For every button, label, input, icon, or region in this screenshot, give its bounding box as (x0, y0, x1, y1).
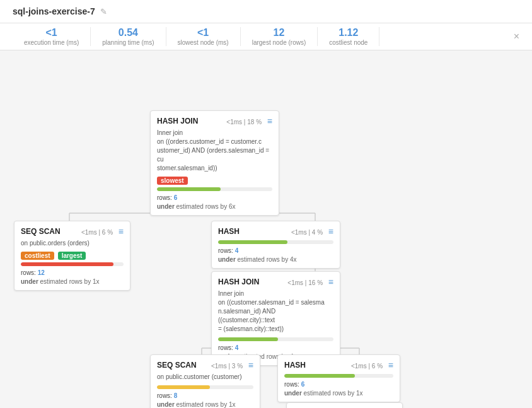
node-title-hash-bottom: HASH (284, 361, 306, 370)
node-stats-hash-join-inner: <1ms | 16 % ≡ (287, 277, 333, 287)
progress-bar-hash-join-top (157, 187, 272, 191)
edit-icon[interactable]: ✎ (100, 7, 107, 16)
header: sql-joins-exercise-7 ✎ (0, 0, 532, 23)
db-icon-customer: ≡ (248, 360, 253, 370)
badge-slowest: slowest (157, 177, 272, 187)
node-rows-hash-top: rows: 4 (218, 247, 333, 254)
metrics-bar: <1 execution time (ms) 0.54 planning tim… (0, 23, 532, 50)
page-title: sql-joins-exercise-7 (13, 6, 95, 16)
node-under-seq-scan-orders: under estimated rows by 1x (21, 278, 124, 285)
node-rows-hash-join-top: rows: 6 (157, 194, 272, 201)
metric-slowest-label: slowest node (ms) (178, 39, 229, 46)
node-title-hash-join-top: HASH JOIN (157, 117, 198, 125)
metric-execution-time: <1 execution time (ms) (13, 27, 91, 46)
node-title-hash-top: HASH (218, 227, 240, 236)
metric-planning-value: 0.54 (119, 27, 138, 38)
metric-slowest-value: <1 (197, 27, 209, 38)
progress-bar-hash-top (218, 240, 333, 244)
node-under-seq-scan-customer: under estimated rows by 1x (157, 401, 253, 408)
node-hash-join-top[interactable]: HASH JOIN <1ms | 18 % ≡ Inner joinon ((o… (150, 110, 279, 216)
node-seq-scan-customer[interactable]: SEQ SCAN <1ms | 3 % ≡ on public.customer… (150, 354, 260, 408)
metric-costliest-value: 1.12 (338, 27, 358, 38)
node-under-hash-join-top: under estimated rows by 6x (157, 203, 272, 210)
progress-fill (157, 385, 210, 389)
node-seq-scan-salesman[interactable]: SEQ SCAN <1ms | 3 % ≡ on public.salesman… (286, 402, 403, 408)
metric-costliest-node: 1.12 costliest node (318, 27, 379, 46)
progress-fill (21, 262, 113, 266)
node-desc-seq-scan-orders: on public.orders (orders) (21, 239, 124, 248)
plan-tree: HASH JOIN <1ms | 18 % ≡ Inner joinon ((o… (6, 57, 523, 408)
node-desc-hash-join-inner: Inner joinon ((customer.salesman_id = sa… (218, 289, 333, 334)
progress-fill (157, 187, 221, 191)
node-rows-seq-scan-customer: rows: 8 (157, 392, 253, 399)
progress-bar-seq-scan-orders (21, 262, 124, 266)
progress-bar-hash-bottom (284, 374, 393, 378)
node-stats-seq-scan-orders: <1ms | 6 % ≡ (81, 226, 124, 236)
progress-bar-hash-join-inner (218, 337, 333, 341)
node-title-seq-scan-customer: SEQ SCAN (157, 361, 197, 370)
node-hash-join-inner[interactable]: HASH JOIN <1ms | 16 % ≡ Inner joinon ((c… (211, 271, 340, 366)
progress-fill (218, 337, 278, 341)
node-under-hash-top: under estimated rows by 4x (218, 256, 333, 263)
progress-fill (284, 374, 355, 378)
node-stats-hash-bottom: <1ms | 6 % ≡ (351, 360, 393, 370)
close-button[interactable]: × (514, 31, 519, 42)
metric-planning-time: 0.54 planning time (ms) (91, 27, 166, 46)
badges-seq-scan-orders: costliest largest (21, 252, 124, 262)
metric-execution-value: <1 (46, 27, 57, 38)
node-stats-hash-top: <1ms | 4 % ≡ (291, 226, 333, 236)
plan-canvas: HASH JOIN <1ms | 18 % ≡ Inner joinon ((o… (0, 50, 532, 408)
db-icon-hash-join-inner: ≡ (328, 277, 333, 287)
progress-bar-seq-scan-customer (157, 385, 253, 389)
node-seq-scan-orders[interactable]: SEQ SCAN <1ms | 6 % ≡ on public.orders (… (14, 221, 130, 291)
node-title-seq-scan-orders: SEQ SCAN (21, 227, 61, 236)
metric-largest-value: 12 (274, 27, 285, 38)
metric-largest-node: 12 largest node (rows) (241, 27, 318, 46)
metric-execution-label: execution time (ms) (24, 39, 79, 46)
node-stats-seq-scan-customer: <1ms | 3 % ≡ (211, 360, 253, 370)
db-icon: ≡ (267, 116, 272, 126)
metric-slowest-node: <1 slowest node (ms) (166, 27, 241, 46)
node-rows-seq-scan-orders: rows: 12 (21, 269, 124, 276)
node-hash-bottom[interactable]: HASH <1ms | 6 % ≡ rows: 6 under estimate… (277, 354, 400, 402)
node-desc-hash-join-top: Inner joinon ((orders.customer_id = cust… (157, 129, 272, 173)
node-rows-hash-join-inner: rows: 4 (218, 344, 333, 351)
node-under-hash-bottom: under estimated rows by 1x (284, 390, 393, 397)
db-icon-hash-bottom: ≡ (388, 360, 393, 370)
node-hash-top[interactable]: HASH <1ms | 4 % ≡ rows: 4 under estimate… (211, 221, 340, 269)
node-desc-seq-scan-customer: on public.customer (customer) (157, 373, 253, 382)
node-rows-hash-bottom: rows: 6 (284, 381, 393, 388)
progress-fill (218, 240, 287, 244)
metric-costliest-label: costliest node (329, 39, 367, 46)
db-icon-orders: ≡ (119, 226, 124, 236)
node-stats-hash-join-top: <1ms | 18 % ≡ (226, 116, 272, 126)
metric-planning-label: planning time (ms) (102, 39, 154, 46)
metric-largest-label: largest node (rows) (252, 39, 306, 46)
db-icon-hash-top: ≡ (328, 226, 333, 236)
node-title-hash-join-inner: HASH JOIN (218, 277, 259, 286)
